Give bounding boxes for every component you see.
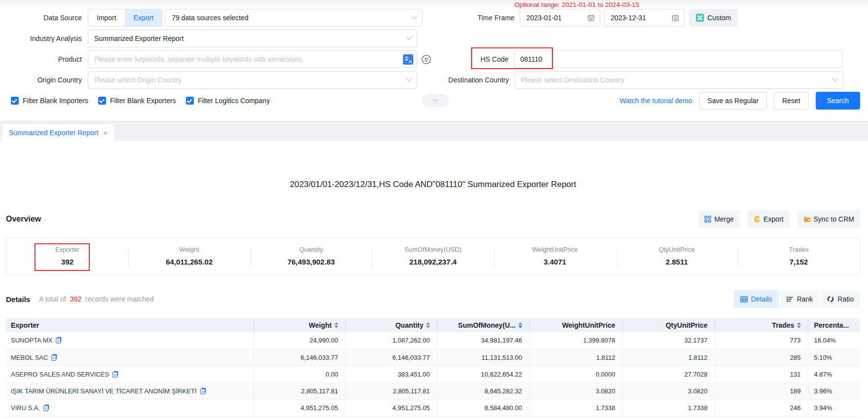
data-sources-dropdown[interactable]: 79 data sources selected [165, 9, 423, 27]
start-date-input[interactable]: 2023-01-01 [520, 9, 600, 27]
view-ratio-button[interactable]: Ratio [821, 290, 860, 308]
column-header-trades[interactable]: Trades [715, 318, 808, 332]
table-row: MEBOL SAC 6,146,033.77 6,146,033.77 11,1… [6, 349, 860, 366]
exporter-cell: MEBOL SAC [6, 349, 253, 366]
sort-icon [334, 322, 338, 328]
qty-unit-price-cell: 1.7338 [622, 399, 715, 416]
trades-cell: 246 [715, 399, 808, 416]
stat-label: SumOfMoney(USD) [372, 246, 494, 253]
sync-label: Sync to CRM [814, 215, 854, 223]
industry-analysis-dropdown[interactable]: Summarized Exporter Report [88, 30, 417, 47]
column-header-sum-of-money[interactable]: SumOfMoney(U... [437, 318, 529, 332]
percentage-cell: 5.10% [808, 349, 860, 366]
export-toggle[interactable]: Export [125, 9, 162, 26]
exporter-link[interactable]: MEBOL SAC [11, 354, 48, 361]
tutorial-demo-link[interactable]: Watch the tutorial demo [619, 97, 692, 105]
search-button[interactable]: Search [816, 92, 860, 110]
filter-row-countries: Origin Country Please select Origin Coun… [0, 71, 868, 89]
export-button[interactable]: Export [748, 210, 789, 228]
column-header-quantity[interactable]: Quantity [345, 318, 437, 332]
main-content: 2023/01/01-2023/12/31,HS Code AND"081110… [6, 179, 860, 417]
checkbox-checked-icon [98, 97, 106, 105]
filter-row-industry: Industry Analysis Summarized Exporter Re… [0, 30, 868, 47]
details-header-row: Details A total of 392 records were matc… [6, 290, 860, 308]
contact-icon[interactable] [43, 404, 49, 411]
start-date-value: 2023-01-01 [526, 14, 562, 22]
end-date-input[interactable]: 2023-12-31 [604, 9, 685, 27]
collapse-filters-toggle[interactable] [422, 94, 449, 107]
contact-icon[interactable] [56, 337, 62, 343]
calendar-icon [587, 14, 595, 22]
data-source-label: Data Source [0, 14, 82, 22]
percentage-cell: 16.04% [808, 332, 860, 349]
hs-code-input[interactable] [514, 51, 842, 68]
exporter-cell: ASEPRO SALES AND SERVICES [6, 366, 253, 382]
stat-qty-unit-price: QtyUnitPrice 2.8511 [616, 238, 738, 275]
exporter-link[interactable]: VIRU S.A. [11, 404, 40, 412]
stat-value: 64,011,265.02 [128, 258, 250, 266]
trades-cell: 285 [715, 349, 808, 366]
weight-cell: 4,951,275.05 [253, 399, 345, 416]
custom-icon [696, 14, 704, 22]
import-toggle[interactable]: Import [88, 9, 125, 26]
sum-of-money-cell: 34,981,197.46 [437, 332, 529, 349]
stat-trades: Trades 7,152 [738, 238, 860, 275]
product-input[interactable] [88, 51, 400, 68]
checkbox-label: Filter Logitics Company [198, 97, 270, 105]
filter-logitics-company-checkbox[interactable]: Filter Logitics Company [186, 97, 270, 105]
tab-summarized-exporter-report[interactable]: Summarized Exporter Report × [2, 124, 114, 141]
industry-analysis-value: Summarized Exporter Report [94, 35, 183, 42]
destination-country-placeholder: Please select Destination Country [521, 76, 624, 84]
filter-row-data-source: Data Source Import Export 79 data source… [0, 9, 868, 27]
contact-icon[interactable] [51, 354, 57, 361]
time-frame-label: Time Frame [423, 14, 514, 22]
exporter-link[interactable]: IŞIK TARIM ÜRÜNLERİ SANAYİ VE TİCARET AN… [11, 387, 197, 395]
column-header-weight[interactable]: Weight [253, 318, 345, 332]
total-suffix: records were matched [85, 295, 154, 303]
weight-cell: 0.00 [253, 366, 345, 382]
exporter-link[interactable]: SUNOPTA MX [11, 337, 52, 344]
reset-button[interactable]: Reset [774, 92, 809, 110]
filter-row-options: Filter Blank Importers Filter Blank Expo… [0, 92, 868, 110]
destination-country-dropdown[interactable]: Please select Destination Country [514, 71, 843, 89]
ratio-donut-icon [827, 296, 834, 303]
calendar-icon [672, 14, 679, 22]
merge-button[interactable]: Merge [698, 210, 740, 228]
translate-icon[interactable]: A [403, 54, 413, 65]
filter-blank-importers-checkbox[interactable]: Filter Blank Importers [11, 97, 88, 105]
total-count: 392 [70, 295, 81, 303]
origin-country-dropdown[interactable]: Please select Origin Country [88, 71, 417, 89]
exporter-link[interactable]: ASEPRO SALES AND SERVICES [11, 371, 109, 378]
contact-icon[interactable] [112, 371, 118, 378]
weight-unit-price-cell: 0.0000 [529, 366, 622, 382]
qty-unit-price-cell: 32.1737 [622, 332, 715, 349]
filter-blank-exporters-checkbox[interactable]: Filter Blank Exporters [98, 97, 176, 105]
stat-weight-unit-price: WeightUnitPrice 3.4071 [494, 238, 616, 275]
view-rank-button[interactable]: Rank [780, 290, 820, 308]
circle-lines-icon[interactable] [421, 54, 432, 65]
view-details-button[interactable]: Details [734, 290, 779, 308]
column-header-exporter: Exporter [6, 318, 253, 332]
chevron-down-icon [406, 35, 411, 40]
trades-cell: 189 [715, 382, 808, 399]
save-as-regular-button[interactable]: Save as Regular [699, 92, 767, 110]
folder-sync-icon [803, 216, 811, 223]
table-row: ASEPRO SALES AND SERVICES 0.00 383,451.0… [6, 366, 860, 382]
stat-sum-of-money: SumOfMoney(USD) 218,092,237.4 [372, 238, 494, 275]
hs-code-label: HS Code [432, 55, 508, 63]
custom-label: Custom [707, 14, 731, 22]
custom-range-button[interactable]: Custom [689, 9, 738, 27]
export-label: Export [763, 215, 783, 223]
contact-icon[interactable] [200, 387, 206, 394]
product-label: Product [0, 55, 82, 63]
filter-row-product: Product A HS Code [0, 50, 868, 68]
column-header-percentage: Percenta... [808, 318, 860, 332]
overview-buttons: Merge Export Sync to CRM [698, 210, 860, 228]
trades-cell: 773 [715, 332, 808, 349]
quantity-cell: 6,146,033.77 [345, 349, 437, 366]
view-switcher: Details Rank Ratio [734, 290, 860, 308]
checkbox-label: Filter Blank Importers [23, 97, 88, 105]
sync-to-crm-button[interactable]: Sync to CRM [797, 210, 860, 228]
total-prefix: A total of [39, 295, 66, 303]
close-icon[interactable]: × [103, 129, 108, 137]
